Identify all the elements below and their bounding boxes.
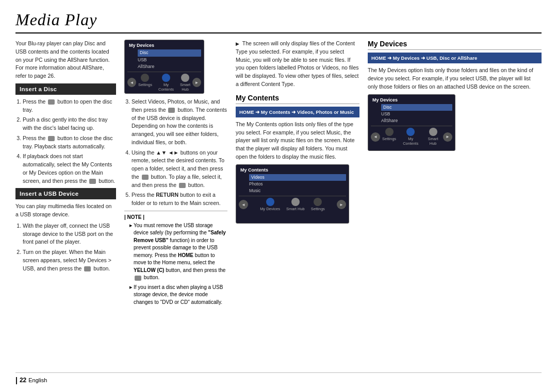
screen-title: My Contents <box>239 167 346 173</box>
smarthub-icon-circle <box>181 74 189 82</box>
column-2: My Devices Disc USB AllShare ◄ Settings <box>124 40 227 368</box>
page: Media Play Your Blu-ray player can play … <box>0 0 557 392</box>
smarthub-label: Smart Hub <box>425 137 441 146</box>
list-item: Press the button to close the disc tray.… <box>23 134 116 151</box>
main-content: Your Blu-ray player can play Disc and US… <box>15 40 542 368</box>
eject-icon <box>48 99 55 105</box>
ok-icon <box>179 183 186 188</box>
page-number: 22 <box>20 377 26 384</box>
mycontents-icon-circle <box>162 74 170 82</box>
screen-bottom-bar: ◄ Settings My Contents Smart Hub <box>127 72 201 92</box>
smarthub-icon-circle <box>291 198 300 206</box>
ok-icon <box>89 179 96 184</box>
settings-icon-circle <box>314 198 322 206</box>
screen-bottom-bar: ◄ My Devices Smart Hub Settings <box>239 196 346 211</box>
ok-icon <box>168 108 175 113</box>
my-devices-heading: My Devices <box>368 40 542 50</box>
insert-usb-heading: Insert a USB Device <box>15 188 116 199</box>
note-list: You must remove the USB storage device s… <box>124 222 227 306</box>
my-contents-screen-mockup: My Contents Videos Photos Music ◄ My Dev… <box>236 164 349 224</box>
list-item: Push a disc gently into the disc tray wi… <box>23 116 116 132</box>
page-title: Media Play <box>15 10 542 29</box>
settings-label: Settings <box>138 82 152 87</box>
mycontents-label: My Contents <box>158 82 174 92</box>
my-contents-home-path: HOME ➜ My Contents ➜ Videos, Photos or M… <box>236 107 359 117</box>
title-divider <box>15 32 542 33</box>
my-devices-screen-mockup-2: My Devices Disc USB AllShare ◄ Settings <box>368 94 455 151</box>
smarthub-label: Smart Hub <box>180 82 190 92</box>
my-devices-home-path: HOME ➜ My Devices ➜ USB, Disc or AllShar… <box>368 53 542 63</box>
screen-item: AllShare <box>381 118 452 124</box>
language-label: English <box>28 377 47 383</box>
list-item: With the player off, connect the USB sto… <box>23 222 116 246</box>
smarthub-icon-circle <box>429 128 437 136</box>
usb-intro-text: You can play multimedia files located on… <box>15 202 116 219</box>
settings-icon-circle <box>141 74 149 82</box>
screen-item: Disc <box>381 104 452 111</box>
content-type-note: ▶ The screen will only display files of … <box>236 40 359 89</box>
screen-nav-left: ◄ <box>239 200 248 209</box>
screen-title: My Devices <box>127 43 201 48</box>
screen-title: My Devices <box>371 97 452 103</box>
list-item: Turn on the player. When the Main screen… <box>23 248 116 272</box>
my-contents-description: The My Contents option lists only files … <box>236 121 359 161</box>
bottom-bar: | 22 English <box>15 372 542 384</box>
screen-bottom-bar: ◄ Settings My Contents Smart Hub <box>371 126 452 146</box>
usb-steps-continued: Select Videos, Photos, or Music, and the… <box>124 98 227 208</box>
mycontents-label: My Contents <box>401 137 420 146</box>
screen-nav-left: ◄ <box>127 78 136 87</box>
settings-icon-circle <box>385 128 394 136</box>
ok-icon <box>135 276 141 281</box>
screen-nav-right: ► <box>337 200 346 209</box>
insert-disc-heading: Insert a Disc <box>15 83 116 95</box>
list-item: Press the button to open the disc tray. <box>23 98 116 114</box>
note-item: You must remove the USB storage device s… <box>129 222 227 282</box>
screen-nav-left: ◄ <box>371 132 380 142</box>
settings-label: Settings <box>311 207 325 211</box>
list-item: If playback does not start automatically… <box>23 152 116 185</box>
ok-icon <box>84 266 91 271</box>
screen-item: Disc <box>138 49 201 57</box>
screen-items: Disc USB AllShare <box>371 104 452 125</box>
eject-icon <box>48 136 55 141</box>
smarthub-label: Smart Hub <box>286 207 305 211</box>
my-contents-heading: My Contents <box>236 94 359 104</box>
screen-items: Disc USB AllShare <box>127 49 201 70</box>
note-block: | NOTE | You must remove the USB storage… <box>124 211 227 306</box>
my-devices-description: The My Devices option lists only those f… <box>368 66 542 91</box>
screen-item: Music <box>249 188 346 194</box>
column-4: My Devices HOME ➜ My Devices ➜ USB, Disc… <box>368 40 542 368</box>
screen-nav-right: ► <box>192 78 201 87</box>
screen-item: Photos <box>249 181 346 188</box>
screen-item: Videos <box>249 174 346 181</box>
screen-nav-right: ► <box>443 132 452 142</box>
list-item: Using the ▲▼ ◄► buttons on your remote, … <box>132 149 227 190</box>
column-1: Your Blu-ray player can play Disc and US… <box>15 40 116 368</box>
insert-usb-steps: With the player off, connect the USB sto… <box>15 222 116 273</box>
ok-icon <box>142 175 149 180</box>
settings-label: Settings <box>382 137 396 141</box>
mycontents-icon-circle <box>406 128 415 136</box>
screen-item: AllShare <box>138 64 201 70</box>
screen-items: Videos Photos Music <box>239 174 346 195</box>
screen-item: USB <box>381 111 452 117</box>
intro-text: Your Blu-ray player can play Disc and US… <box>15 40 116 80</box>
list-item: Select Videos, Photos, or Music, and the… <box>132 98 227 147</box>
mydevices-label: My Devices <box>260 207 280 211</box>
column-3: ▶ The screen will only display files of … <box>236 40 359 368</box>
screen-item: USB <box>138 57 201 63</box>
my-devices-screen-mockup: My Devices Disc USB AllShare ◄ Settings <box>124 40 204 94</box>
note-label: | NOTE | <box>124 214 227 220</box>
list-item: Press the RETURN button to exit a folder… <box>132 191 227 208</box>
note-item: If you insert a disc when playing a USB … <box>129 284 227 306</box>
insert-disc-steps: Press the button to open the disc tray. … <box>15 98 116 185</box>
mydevices-icon-circle <box>266 198 274 206</box>
pipe-separator: | <box>15 376 18 384</box>
